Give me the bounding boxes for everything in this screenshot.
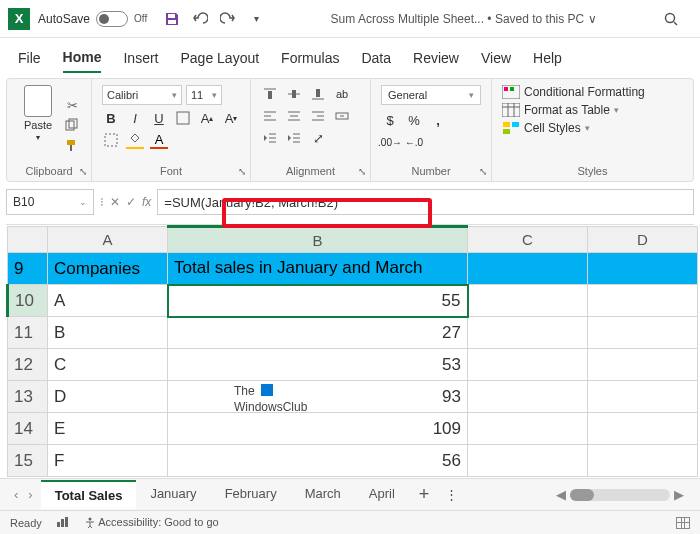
bold-button[interactable]: B (102, 109, 120, 127)
column-header-C[interactable]: C (468, 227, 588, 253)
italic-button[interactable]: I (126, 109, 144, 127)
font-name-select[interactable]: Calibri▾ (102, 85, 182, 105)
cell[interactable] (468, 349, 588, 381)
cell[interactable] (468, 413, 588, 445)
cell[interactable] (588, 253, 698, 285)
align-bottom-icon[interactable] (309, 85, 327, 103)
comma-icon[interactable]: , (429, 111, 447, 129)
menu-data[interactable]: Data (361, 44, 391, 72)
cell[interactable] (588, 445, 698, 477)
cell[interactable]: 93 (168, 381, 468, 413)
cell[interactable] (468, 381, 588, 413)
cell[interactable] (468, 445, 588, 477)
increase-decimal-icon[interactable]: .00→ (381, 133, 399, 151)
format-as-table-button[interactable]: Format as Table ▾ (502, 103, 683, 117)
cell[interactable] (468, 285, 588, 317)
alignment-dialog-launcher-icon[interactable]: ⤡ (358, 166, 366, 177)
add-sheet-button[interactable]: + (409, 484, 440, 505)
cell[interactable] (588, 413, 698, 445)
sheet-tab-january[interactable]: January (136, 480, 210, 509)
format-painter-icon[interactable] (63, 138, 81, 152)
cell[interactable] (588, 285, 698, 317)
sheet-tab-march[interactable]: March (291, 480, 355, 509)
cell[interactable] (468, 253, 588, 285)
cell[interactable]: Companies (48, 253, 168, 285)
conditional-formatting-button[interactable]: Conditional Formatting (502, 85, 683, 99)
fx-icon[interactable]: fx (142, 195, 151, 209)
horizontal-scrollbar[interactable]: ◀ ▶ (464, 487, 694, 502)
formula-cancel-icon[interactable]: ⁝ (100, 195, 104, 209)
font-size-select[interactable]: 11▾ (186, 85, 222, 105)
decrease-font-icon[interactable]: A▾ (222, 109, 240, 127)
formula-input[interactable]: =SUM(January!B2, March!B2) (157, 189, 694, 215)
number-dialog-launcher-icon[interactable]: ⤡ (479, 166, 487, 177)
formula-enter-icon[interactable]: ✓ (126, 195, 136, 209)
border-button[interactable] (174, 109, 192, 127)
view-normal-icon[interactable] (676, 517, 690, 529)
menu-view[interactable]: View (481, 44, 511, 72)
currency-icon[interactable]: $ (381, 111, 399, 129)
save-icon[interactable] (163, 10, 181, 28)
align-top-icon[interactable] (261, 85, 279, 103)
row-header-14[interactable]: 14 (8, 413, 48, 445)
menu-page-layout[interactable]: Page Layout (180, 44, 259, 72)
menu-review[interactable]: Review (413, 44, 459, 72)
menu-home[interactable]: Home (63, 43, 102, 73)
accessibility-status[interactable]: Accessibility: Good to go (84, 516, 219, 529)
row-header-12[interactable]: 12 (8, 349, 48, 381)
clipboard-dialog-launcher-icon[interactable]: ⤡ (79, 166, 87, 177)
fill-color-button[interactable] (126, 131, 144, 149)
percent-icon[interactable]: % (405, 111, 423, 129)
cell[interactable]: A (48, 285, 168, 317)
wrap-text-icon[interactable]: ab (333, 85, 351, 103)
sheet-tab-total-sales[interactable]: Total Sales (41, 480, 137, 509)
row-header-13[interactable]: 13 (8, 381, 48, 413)
menu-insert[interactable]: Insert (123, 44, 158, 72)
cell[interactable]: E (48, 413, 168, 445)
autosave-toggle[interactable]: AutoSave Off (38, 11, 147, 27)
row-header-11[interactable]: 11 (8, 317, 48, 349)
merge-center-icon[interactable] (333, 107, 351, 125)
tab-prev-icon[interactable]: ‹ (14, 487, 18, 502)
row-header-15[interactable]: 15 (8, 445, 48, 477)
increase-indent-icon[interactable] (285, 129, 303, 147)
sheet-grid[interactable]: ABCD9CompaniesTotal sales in January and… (6, 224, 694, 477)
menu-formulas[interactable]: Formulas (281, 44, 339, 72)
undo-icon[interactable] (191, 10, 209, 28)
cell[interactable]: 56 (168, 445, 468, 477)
sheet-tab-april[interactable]: April (355, 480, 409, 509)
align-center-icon[interactable] (285, 107, 303, 125)
redo-icon[interactable] (219, 10, 237, 28)
row-header-10[interactable]: 10 (8, 285, 48, 317)
cell[interactable]: 27 (168, 317, 468, 349)
cell[interactable]: B (48, 317, 168, 349)
borders-dropdown-icon[interactable] (102, 131, 120, 149)
cell[interactable]: 53 (168, 349, 468, 381)
column-header-B[interactable]: B (168, 227, 468, 253)
font-color-button[interactable]: A (150, 131, 168, 149)
cell[interactable]: Total sales in January and March (168, 253, 468, 285)
row-header-9[interactable]: 9 (8, 253, 48, 285)
orientation-icon[interactable]: ⤢ (309, 129, 327, 147)
cell[interactable]: F (48, 445, 168, 477)
tab-more-icon[interactable]: ⋮ (439, 487, 464, 502)
cell[interactable]: 109 (168, 413, 468, 445)
formula-cancel-icon[interactable]: ✕ (110, 195, 120, 209)
decrease-indent-icon[interactable] (261, 129, 279, 147)
cell[interactable]: D (48, 381, 168, 413)
underline-button[interactable]: U (150, 109, 168, 127)
tab-next-icon[interactable]: › (28, 487, 32, 502)
cell-styles-button[interactable]: Cell Styles ▾ (502, 121, 683, 135)
align-middle-icon[interactable] (285, 85, 303, 103)
cell[interactable] (588, 317, 698, 349)
increase-font-icon[interactable]: A▴ (198, 109, 216, 127)
search-icon[interactable] (662, 10, 680, 28)
select-all-corner[interactable] (8, 227, 48, 253)
menu-help[interactable]: Help (533, 44, 562, 72)
sheet-tab-february[interactable]: February (211, 480, 291, 509)
cell[interactable]: C (48, 349, 168, 381)
paste-button[interactable]: Paste ▾ (17, 85, 59, 165)
decrease-decimal-icon[interactable]: ←.0 (405, 133, 423, 151)
menu-file[interactable]: File (18, 44, 41, 72)
cell[interactable]: 55 (168, 285, 468, 317)
